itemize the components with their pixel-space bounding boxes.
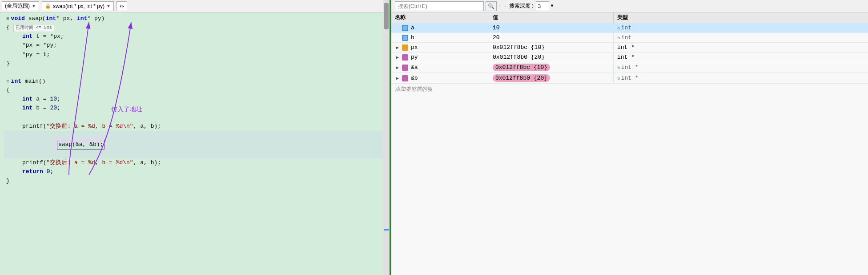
depth-label: 搜索深度: [509, 2, 534, 10]
watch-type-py: int * [614, 53, 868, 62]
function-label: swap(int * px, int * py) [53, 3, 104, 9]
watch-row-b[interactable]: b 20 ↻ int [391, 33, 868, 43]
search-nav: ← → [498, 3, 506, 9]
prefix-8: ≡ [6, 78, 9, 85]
nav-icon: ⇔ [120, 3, 124, 9]
watch-header: 名称 值 类型 [391, 12, 868, 23]
watch-search-bar: 🔍 ← → 搜索深度: ▼ [391, 0, 868, 12]
watch-value-addr-b: 0x012ff8b0 {20} [489, 73, 614, 83]
scrollbar-thumb [384, 3, 389, 29]
watch-name-px: ▶ px [391, 43, 489, 52]
scroll-marker [384, 229, 389, 231]
code-line-9: { [4, 86, 390, 95]
expand-arrow-addr-a[interactable]: ▶ [395, 65, 400, 70]
nav-left-icon[interactable]: ← [498, 3, 502, 9]
watch-value-py: 0x012ff8b0 {20} [489, 53, 614, 62]
watch-type-addr-b: ↻ int * [614, 73, 868, 83]
scope-dropdown[interactable]: (全局范围) ▼ [2, 1, 39, 11]
watch-row-py[interactable]: ▶ py 0x012ff8b0 {20} int * [391, 53, 868, 62]
depth-arrow[interactable]: ▼ [551, 4, 554, 8]
code-line-6: } [4, 59, 390, 68]
watch-table: 名称 值 类型 a 10 ↻ int [391, 12, 868, 275]
watch-panel: 🔍 ← → 搜索深度: ▼ 名称 值 类型 a [391, 0, 868, 275]
code-line-8: ≡ int main() [4, 77, 390, 86]
var-icon-b [402, 35, 408, 41]
search-button[interactable]: 🔍 [486, 1, 497, 11]
code-line-5: *py = t; [4, 50, 390, 59]
debug-badge: 已用时间 <= 5ms [13, 24, 54, 32]
watch-type-addr-a: ↻ int * [614, 63, 868, 72]
swap-call-highlight: swap(&a, &b); [57, 140, 104, 150]
watch-type-px: int * [614, 43, 868, 52]
watch-row-addr-a[interactable]: ▶ &a 0x012ff8bc {10} ↻ int * [391, 62, 868, 73]
prefix-1: ≡ [6, 15, 9, 23]
code-line-7 [4, 68, 390, 77]
code-line-17: } [4, 177, 390, 186]
watch-value-b: 20 [489, 33, 614, 42]
col-header-type: 类型 [614, 12, 868, 23]
watch-name-a: a [391, 23, 489, 32]
watch-name-py: ▶ py [391, 53, 489, 62]
watch-value-addr-a: 0x012ff8bc {10} [489, 62, 614, 73]
watch-type-b: ↻ int [614, 33, 868, 42]
code-toolbar: (全局范围) ▼ 🔒 swap(int * px, int * py) ▼ ⇔ [0, 0, 390, 12]
function-arrow: ▼ [106, 4, 111, 8]
refresh-icon-a: ↻ [617, 25, 620, 31]
code-line-15: printf( "交换后: a = %d, b = %d\n" , a, b); [4, 158, 390, 167]
refresh-icon-addr-a: ↻ [617, 65, 620, 70]
watch-value-a: 10 [489, 23, 614, 32]
search-input[interactable] [395, 1, 484, 11]
code-line-11: int b = 20 ; [4, 104, 390, 113]
watch-type-a: ↻ int [614, 23, 868, 32]
watch-row-a[interactable]: a 10 ↻ int [391, 23, 868, 33]
code-line-4: *px = *py; [4, 41, 390, 50]
refresh-icon-addr-b: ↻ [617, 75, 620, 81]
expand-arrow-addr-b[interactable]: ▶ [395, 76, 400, 81]
main-layout: (全局范围) ▼ 🔒 swap(int * px, int * py) ▼ ⇔ … [0, 0, 868, 275]
addr-b-value-highlight: 0x012ff8b0 {20} [493, 74, 550, 82]
code-line-14: swap(&a, &b); [4, 131, 390, 158]
code-line-13: printf( "交换前: a = %d, b = %d\n" , a, b); [4, 122, 390, 131]
expand-arrow-py[interactable]: ▶ [395, 55, 400, 60]
nav-right-icon[interactable]: → [502, 3, 506, 9]
watch-row-px[interactable]: ▶ px 0x012ff8bc {10} int * [391, 43, 868, 53]
ptr-icon-addr-b [402, 75, 408, 81]
nav-button[interactable]: ⇔ [117, 1, 127, 11]
watch-name-b: b [391, 33, 489, 42]
watch-name-addr-b: ▶ &b [391, 73, 489, 83]
depth-input[interactable] [536, 1, 549, 11]
col-header-value: 值 [489, 12, 614, 23]
code-line-16: return 0 ; [4, 167, 390, 176]
watch-row-addr-b[interactable]: ▶ &b 0x012ff8b0 {20} ↻ int * [391, 73, 868, 84]
add-watch-row[interactable]: 添加要监视的项 [391, 84, 868, 95]
ptr-icon-py [402, 54, 408, 61]
refresh-icon-b: ↻ [617, 35, 620, 40]
code-line-1: ≡ void swap( int * px, int * py) [4, 14, 390, 23]
code-scrollbar[interactable] [383, 0, 390, 275]
lock-icon: 🔒 [45, 3, 51, 9]
code-panel: (全局范围) ▼ 🔒 swap(int * px, int * py) ▼ ⇔ … [0, 0, 391, 275]
expand-arrow-px[interactable]: ▶ [395, 45, 400, 50]
watch-value-px: 0x012ff8bc {10} [489, 43, 614, 52]
code-line-2: { 已用时间 <= 5ms [4, 23, 390, 32]
scope-arrow: ▼ [32, 4, 36, 8]
col-header-name: 名称 [391, 12, 489, 23]
watch-name-addr-a: ▶ &a [391, 63, 489, 72]
addr-a-value-highlight: 0x012ff8bc {10} [493, 64, 550, 71]
scope-label: (全局范围) [5, 2, 30, 10]
search-icon: 🔍 [488, 3, 494, 9]
code-line-3: int t = *px; [4, 32, 390, 41]
code-line-12 [4, 113, 390, 122]
var-icon-a [402, 25, 408, 31]
ptr-icon-px [402, 44, 408, 51]
ptr-icon-addr-a [402, 65, 408, 71]
function-dropdown[interactable]: 🔒 swap(int * px, int * py) ▼ [42, 1, 114, 11]
code-content: ≡ void swap( int * px, int * py) { 已用时间 … [0, 12, 390, 187]
code-line-10: int a = 10 ; [4, 95, 390, 104]
